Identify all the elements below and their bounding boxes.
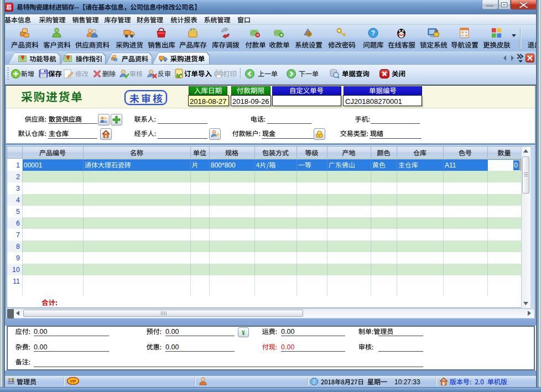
- svg-text:VIP: VIP: [70, 379, 76, 383]
- svg-text:?: ?: [371, 29, 376, 37]
- svg-text:¥: ¥: [242, 328, 246, 336]
